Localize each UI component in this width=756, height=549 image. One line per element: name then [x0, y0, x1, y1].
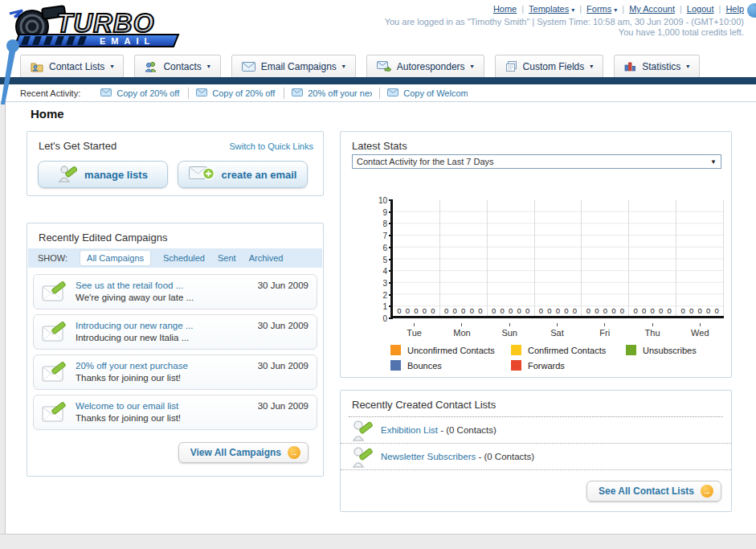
campaign-subtitle: Thanks for joining our list!: [76, 412, 181, 424]
campaign-row: See us at the retail food ...We're givin…: [33, 274, 317, 309]
chart-day-group-sun: 00000: [488, 200, 535, 316]
campaign-tab-scheduled[interactable]: Scheduled: [163, 253, 205, 263]
page-title: Home: [31, 107, 64, 121]
legend-item-confirmed-contacts: Confirmed Contacts: [511, 342, 626, 358]
recent-activity-label: Recent Activity:: [20, 88, 80, 98]
campaign-title-link[interactable]: Welcome to our email list: [76, 401, 178, 411]
chevron-down-icon: ▼: [710, 158, 717, 166]
recent-activity-bar: Recent Activity: Copy of 20% off yoCopy …: [0, 84, 756, 102]
nav-divider-bar: [0, 77, 756, 84]
nav-tab-autoresponders[interactable]: Autoresponders▾: [366, 55, 484, 77]
recent-activity-item[interactable]: Copy of 20% off yo: [93, 88, 189, 99]
contact-list-name-link[interactable]: Newsletter Subscribers: [381, 452, 476, 461]
chart-value-label: 0: [509, 306, 513, 315]
recent-activity-item-label: Copy of 20% off yo: [116, 88, 181, 98]
chart-y-tick-label: 5: [382, 255, 387, 264]
nav-tab-statistics[interactable]: Statistics▾: [614, 55, 700, 77]
header-link-forms[interactable]: Forms: [586, 4, 611, 14]
chart-value-label: 0: [461, 306, 465, 315]
chart-day-group-fri: 00000: [582, 200, 629, 316]
blue-pin-pointer-icon: [0, 37, 27, 104]
legend-label: Confirmed Contacts: [528, 346, 606, 355]
chart-value-label: 0: [492, 306, 496, 315]
switch-quick-links-link[interactable]: Switch to Quick Links: [229, 141, 313, 151]
autoresponder-envelope-icon: [377, 61, 391, 72]
campaign-tab-all-campaigns[interactable]: All Campaigns: [80, 251, 150, 265]
chart-day-group-wed: 00000: [676, 200, 724, 316]
create-email-plus-icon: [189, 165, 215, 185]
view-all-campaigns-button[interactable]: View All Campaigns →: [178, 442, 309, 463]
see-all-contact-lists-button[interactable]: See All Contact Lists →: [586, 481, 721, 502]
chart-value-labels: 00000: [629, 306, 676, 315]
nav-tab-contact-lists[interactable]: Contact Lists▾: [20, 55, 124, 77]
see-all-contact-lists-label: See All Contact Lists: [599, 485, 694, 497]
header-link-templates[interactable]: Templates: [529, 4, 569, 14]
header-link-home[interactable]: Home: [493, 4, 517, 14]
nav-tab-custom-fields[interactable]: Custom Fields▾: [495, 55, 604, 77]
recent-activity-item[interactable]: Copy of Welcome to: [380, 88, 475, 99]
chevron-down-icon: ▾: [686, 63, 689, 70]
campaign-title-link[interactable]: Introducing our new range ...: [76, 321, 193, 330]
chart-value-label: 0: [517, 306, 521, 315]
show-label: SHOW:: [38, 253, 67, 263]
campaign-text: See us at the retail food ...We're givin…: [76, 280, 194, 304]
get-started-title: Let's Get Started: [39, 140, 116, 152]
contact-list-label: Newsletter Subscribers - (0 Contacts): [381, 452, 534, 461]
campaign-subtitle: Thanks for joining our list!: [76, 372, 188, 384]
header-link-logout[interactable]: Logout: [687, 4, 714, 14]
nav-tab-label: Contacts: [163, 61, 201, 72]
chart-value-label: 0: [603, 306, 607, 315]
view-all-campaigns-label: View All Campaigns: [190, 447, 281, 458]
legend-swatch-icon: [390, 345, 401, 355]
chart-value-labels: 00000: [535, 306, 582, 315]
recent-activity-items: Copy of 20% off yoCopy of 20% off yo20% …: [93, 88, 475, 99]
link-separator: |: [680, 4, 682, 14]
svg-text:TURBO: TURBO: [56, 8, 154, 38]
activity-envelope-icon: [292, 88, 303, 98]
link-separator: |: [719, 4, 721, 14]
campaign-title-link[interactable]: See us at the retail food ...: [76, 281, 183, 290]
campaign-tab-archived[interactable]: Archived: [249, 253, 284, 263]
recent-activity-item[interactable]: 20% off your next: [284, 88, 380, 99]
header-link-help[interactable]: Help: [725, 4, 744, 14]
chart-x-label-sat: Sat: [533, 323, 581, 338]
chart-value-labels: 00000: [440, 306, 487, 315]
contact-lists-title: Recently Created Contact Lists: [352, 399, 496, 411]
chart-value-label: 0: [680, 306, 684, 315]
help-bubble-icon[interactable]: [747, 3, 756, 18]
contact-list-name-link[interactable]: Exhibition List: [381, 425, 438, 435]
nav-tab-contacts[interactable]: Contacts▾: [134, 55, 220, 77]
campaigns-panel: Recently Edited Campaigns SHOW: All Camp…: [27, 223, 324, 477]
credits-text: You have 1,000 total credits left.: [619, 27, 744, 37]
chart-value-label: 0: [470, 306, 474, 315]
legend-label: Forwards: [528, 361, 565, 371]
campaigns-filter-tabs: SHOW: All CampaignsScheduledSentArchived: [28, 248, 322, 268]
header-link-my-account[interactable]: My Account: [629, 4, 675, 14]
stats-period-dropdown[interactable]: Contact Activity for the Last 7 Days ▼: [352, 154, 721, 169]
create-an-email-button[interactable]: create an email: [178, 161, 308, 188]
campaign-tab-sent[interactable]: Sent: [218, 253, 236, 263]
manage-lists-pencil-icon: [58, 164, 77, 186]
recent-activity-item-label: Copy of Welcome to: [403, 88, 468, 98]
chevron-down-icon: ▾: [571, 6, 574, 14]
chart-value-labels: 00000: [488, 306, 534, 315]
chevron-down-icon: ▾: [590, 63, 593, 70]
legend-item-unsubscribes: Unsubscribes: [626, 342, 697, 358]
manage-lists-button[interactable]: manage lists: [38, 161, 168, 188]
arrow-right-icon: →: [288, 446, 300, 459]
chart-value-label: 0: [668, 306, 672, 315]
contacts-people-icon: [145, 61, 157, 72]
chart-value-label: 0: [642, 306, 646, 315]
chart-value-label: 0: [714, 306, 718, 315]
turbo-email-logo: TURBO EMAIL: [5, 2, 194, 49]
nav-tab-label: Autoresponders: [397, 61, 465, 72]
chart-value-label: 0: [659, 306, 663, 315]
chart-y-tick-label: 6: [382, 243, 387, 252]
svg-text:EMAIL: EMAIL: [100, 36, 155, 46]
latest-stats-title: Latest Stats: [352, 140, 407, 152]
nav-tab-email-campaigns[interactable]: Email Campaigns▾: [231, 55, 356, 77]
activity-envelope-icon: [387, 88, 398, 98]
campaign-title-link[interactable]: 20% off your next purchase: [76, 361, 188, 371]
get-started-buttons: manage listscreate an email: [38, 161, 308, 188]
recent-activity-item[interactable]: Copy of 20% off yo: [189, 88, 284, 99]
